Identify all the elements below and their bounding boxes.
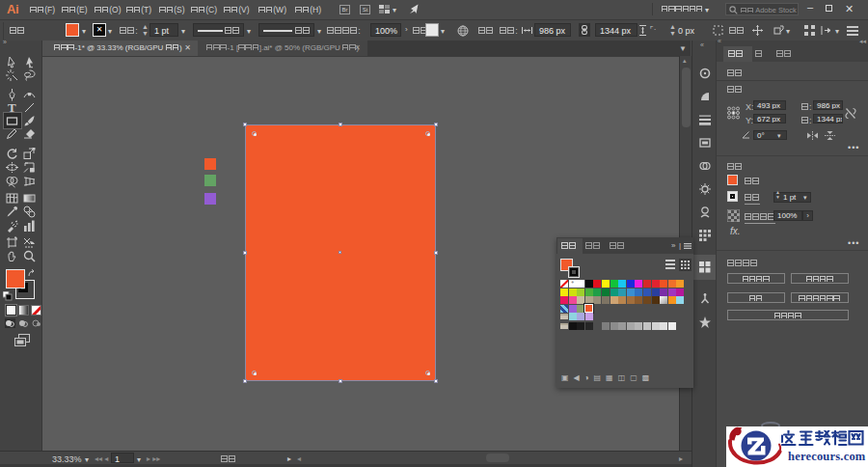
svg-text:T: T [8,101,16,114]
